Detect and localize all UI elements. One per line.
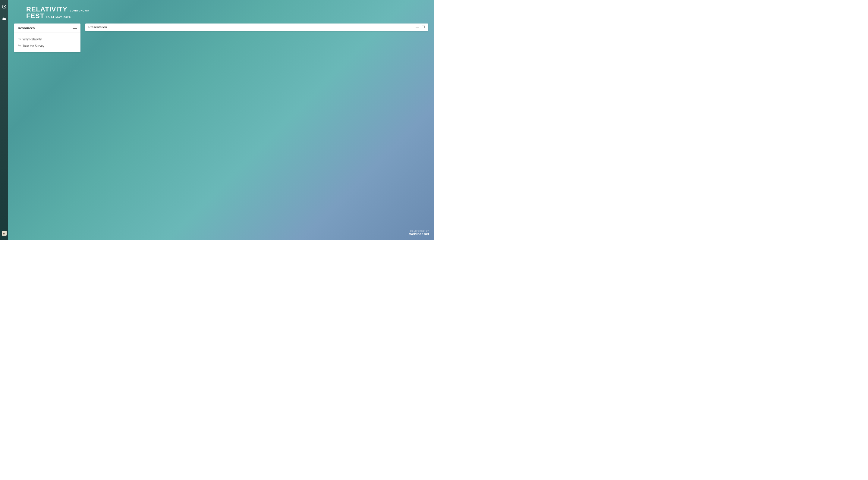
resources-body: Why Relativity Take the Survey [14,33,81,52]
take-survey-label: Take the Survey [23,44,44,47]
main-content: RELATIVITY LONDON, UK FEST 12-14 MAY 202… [8,0,434,240]
logo-dates: 12-14 MAY 2020 [45,16,71,19]
sidebar: w [0,0,8,240]
svg-point-4 [4,18,6,20]
link-icon-1 [18,37,21,41]
presentation-title: Presentation [88,25,107,29]
link-icon-2 [18,44,21,47]
webinar-logo-sidebar[interactable]: w [2,231,7,236]
delivered-by-text: Delivered by [410,230,429,232]
why-relativity-label: Why Relativity [23,38,41,41]
presentation-controls: — ☐ [415,25,425,29]
svg-text:w: w [3,232,5,235]
cloud-icon[interactable] [2,16,7,21]
logo-fest: FEST [26,13,44,19]
play-icon[interactable] [2,4,7,9]
webinar-brand: webinar.net [409,232,429,236]
content-row: Resources — Why Relativity [14,24,428,234]
event-logo: RELATIVITY LONDON, UK FEST 12-14 MAY 202… [26,6,428,19]
presentation-panel: Presentation — ☐ [85,24,428,31]
minimize-button[interactable]: — [415,25,419,29]
take-survey-link[interactable]: Take the Survey [18,42,77,49]
resources-minimize-button[interactable]: — [73,26,77,30]
resources-panel: Resources — Why Relativity [14,24,81,52]
maximize-button[interactable]: ☐ [422,25,425,29]
footer: Delivered by webinar.net [409,230,429,236]
resources-title: Resources [18,26,35,30]
logo-relativity: RELATIVITY [26,6,67,13]
logo-location: LONDON, UK [70,9,90,12]
why-relativity-link[interactable]: Why Relativity [18,36,77,42]
sidebar-bottom: w [2,231,7,236]
presentation-header: Presentation — ☐ [85,24,428,31]
svg-marker-1 [4,6,5,7]
resources-header: Resources — [14,24,81,33]
